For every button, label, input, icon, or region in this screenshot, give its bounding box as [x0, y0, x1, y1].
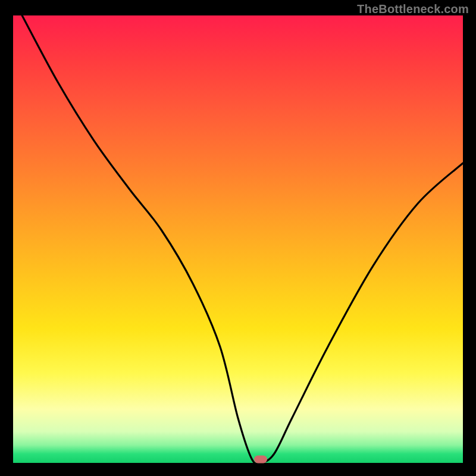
- bottleneck-marker: [254, 456, 267, 464]
- plot-area: [13, 15, 463, 463]
- bottleneck-curve: [13, 15, 463, 463]
- chart-frame: TheBottleneck.com: [0, 0, 476, 476]
- watermark-text: TheBottleneck.com: [357, 2, 469, 16]
